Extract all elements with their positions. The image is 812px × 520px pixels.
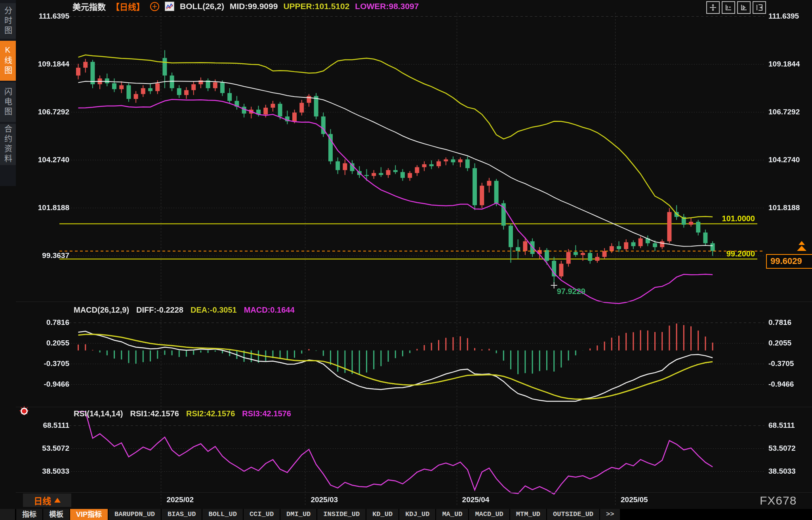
y-axis-tick-main-right: 111.6395 [768,12,799,21]
x-axis-date-label: 2025/05 [621,495,648,504]
y-axis-tick-macd-right: -0.9466 [768,380,794,389]
x-axis-date-label: 2025/04 [462,495,490,504]
symbol-title: 美元指数 [72,0,106,12]
y-axis-tick-main-left: 109.1844 [22,60,69,68]
macd-diff-value: DIFF:-0.2228 [136,306,183,315]
rsi1-value: RSI1:42.1576 [130,409,179,418]
y-axis-tick-main-left: 104.2740 [22,156,69,164]
alarm-icon[interactable]: ✳ [17,404,31,418]
current-price-box: 99.6029 [766,254,812,269]
horizontal-line-label-1: 99.2000 [676,249,755,258]
bottom-tab-10[interactable]: KDJ_UD [399,509,436,520]
rsi3-value: RSI3:42.1576 [242,409,291,418]
move-crosshair-button[interactable] [706,1,720,14]
y-axis-tick-main-left: 101.8188 [22,203,69,212]
bottom-tab-0[interactable]: 指标 [16,509,43,520]
macd-dea-value: DEA:-0.3051 [191,306,237,315]
tabbar-stub [0,509,15,520]
horizontal-line-label-0: 101.0000 [676,214,755,223]
panel-collapse-button[interactable] [753,1,766,14]
y-axis-tick-macd-left: 0.2055 [22,339,69,347]
chart-header: 美元指数 【日线】 ＋ BOLL(26,2) MID:99.9099 UPPER… [72,1,419,11]
boll-title: BOLL(26,2) [180,2,224,11]
bottom-tab-12[interactable]: MACD_UD [469,509,510,520]
sidebar-item-0[interactable]: 分时图 [0,3,16,39]
boll-lower-value: LOWER:98.3097 [355,2,419,11]
y-axis-tick-rsi-right: 38.5033 [768,467,796,476]
macd-header: MACD(26,12,9) DIFF:-0.2228 DEA:-0.3051 M… [74,306,295,315]
macd-value: MACD:0.1644 [244,306,295,315]
sidebar-item-3[interactable]: 合约资料 [0,124,16,165]
macd-title: MACD(26,12,9) [74,306,129,315]
bottom-tab-6[interactable]: CCI_UD [244,509,280,520]
y-axis-tick-macd-right: -0.3705 [768,359,794,368]
y-axis-tick-main-right: 106.7292 [768,108,800,116]
axis-zoom-out-button[interactable] [737,1,751,14]
period-selector[interactable]: 日线 [23,493,71,507]
y-axis-tick-main-right: 109.1844 [768,60,800,68]
bottom-tab-15[interactable]: >> [600,509,621,520]
bottom-tab-13[interactable]: MTM_UD [510,509,547,520]
y-axis-tick-main-right: 104.2740 [768,156,800,164]
period-selector-label: 日线 [34,494,51,507]
bottom-tab-8[interactable]: INSIDE_UD [317,509,366,520]
y-axis-tick-main-left: 111.6395 [22,12,69,21]
watermark: FX678 [760,494,797,507]
y-axis-tick-macd-right: 0.2055 [768,339,791,347]
rsi-header: RSI(14,14,14) RSI1:42.1576 RSI2:42.1576 … [74,409,291,418]
y-axis-tick-macd-left: -0.9466 [22,380,69,389]
y-axis-tick-rsi-left: 38.5033 [22,467,69,476]
chart-application: { "sidebar": {"items": [ {"label": "分时图"… [0,0,812,520]
x-axis-date-label: 2025/03 [311,495,338,504]
y-axis-tick-main-right: 101.8188 [768,203,800,212]
chart-toolbar [706,1,766,14]
triangle-up-icon [54,498,61,503]
bottom-tab-14[interactable]: OUTSIDE_UD [547,509,600,520]
sidebar-item-2[interactable]: 闪电图 [0,82,16,122]
y-axis-tick-main-left: 106.7292 [22,108,69,116]
y-axis-tick-rsi-right: 53.5072 [768,444,796,453]
y-axis-tick-macd-left: 0.7816 [22,318,69,327]
low-price-annotation: 97.9229 [557,287,585,296]
add-indicator-icon[interactable]: ＋ [150,2,159,11]
boll-mid-value: MID:99.9099 [230,2,278,11]
sidebar-item-1[interactable]: K线图 [0,41,16,81]
y-axis-tick-macd-right: 0.7816 [768,318,791,327]
rsi-title: RSI(14,14,14) [74,409,123,418]
bottom-tab-7[interactable]: DMI_UD [280,509,317,520]
y-axis-tick-rsi-left: 53.5072 [22,444,69,453]
boll-upper-value: UPPER:101.5102 [283,2,349,11]
bottom-tab-11[interactable]: MA_UD [436,509,469,520]
bottom-tab-5[interactable]: BOLL_UD [202,509,243,520]
mini-chart-icon [165,2,174,11]
bottom-tab-4[interactable]: BIAS_UD [162,509,202,520]
axis-zoom-in-button[interactable] [722,1,735,14]
sidebar: 分时图K线图闪电图合约资料 [0,0,16,186]
bottom-tab-bar: 指标模板VIP指标BARUPDN_UDBIAS_UDBOLL_UDCCI_UDD… [0,509,812,520]
bottom-tab-3[interactable]: BARUPDN_UD [109,509,162,520]
bottom-tab-9[interactable]: KD_UD [366,509,399,520]
x-axis-date-label: 2025/02 [166,495,194,504]
price-up-arrow-icon [799,241,805,245]
bottom-tab-1[interactable]: 模板 [43,509,70,520]
chart-canvas[interactable] [0,0,812,520]
y-axis-tick-rsi-left: 68.5111 [22,421,69,430]
y-axis-tick-macd-left: -0.3705 [22,359,69,368]
y-axis-tick-rsi-right: 68.5111 [768,421,795,430]
rsi2-value: RSI2:42.1576 [186,409,235,418]
y-axis-tick-main-left: 99.3637 [22,251,69,260]
bottom-tab-2[interactable]: VIP指标 [70,509,109,520]
price-up-arrow-icon [797,246,806,251]
period-tag[interactable]: 【日线】 [111,0,145,12]
